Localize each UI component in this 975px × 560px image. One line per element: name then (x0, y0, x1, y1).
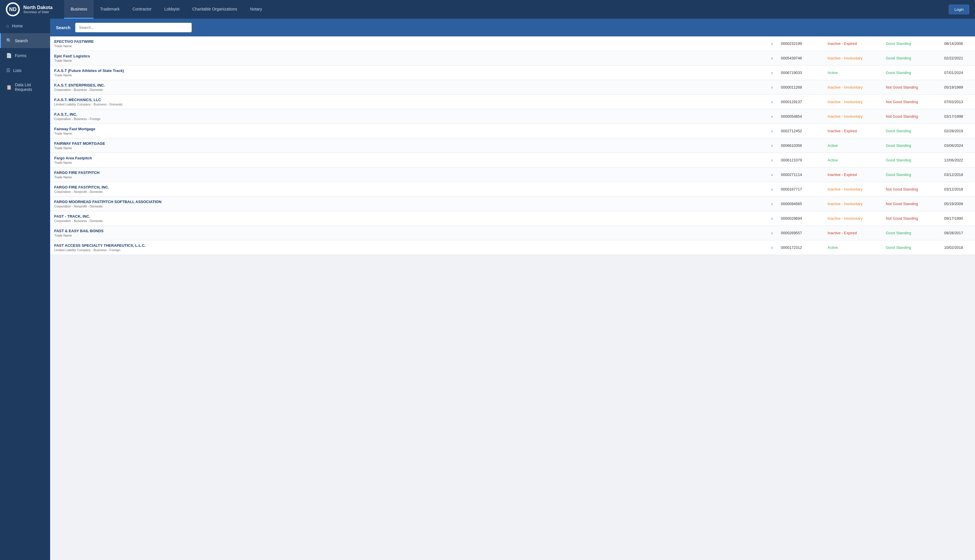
entity-name-cell: Epic Fast! Logistics Trade Name › (50, 51, 777, 65)
chevron-right-icon: › (771, 114, 773, 119)
entity-name: FARGO MOORHEAD FASTPITCH SOFTBALL ASSOCI… (54, 200, 162, 204)
sidebar: ⌂ Home 🔍 Search 📄 Forms ☰ Lists 📋 Data L… (0, 18, 50, 560)
table-row[interactable]: EFECTIVO FASTWIRE Trade Name › 000023219… (50, 37, 975, 51)
entity-status: Inactive - Involuntary (823, 111, 882, 122)
entity-name: Fairway Fast Mortgage (54, 127, 95, 131)
chevron-right-icon: › (771, 201, 773, 207)
entity-type: Corporation - Nonprofit - Domestic (54, 190, 109, 193)
chevron-right-icon: › (771, 216, 773, 221)
table-row[interactable]: FAST - TRACK, INC. Corporation - Busines… (50, 211, 975, 226)
entity-name: FARGO FIRE FASTPITCH (54, 170, 99, 175)
entity-type: Corporation - Business - Domestic (54, 219, 103, 223)
sidebar-item-lists[interactable]: ☰ Lists (0, 63, 50, 78)
entity-type: Corporation - Business - Foreign (54, 117, 100, 121)
table-row[interactable]: FARGO MOORHEAD FASTPITCH SOFTBALL ASSOCI… (50, 197, 975, 211)
search-bar-area: Search (50, 18, 975, 37)
entity-id: 0005439746 (777, 53, 823, 63)
table-row[interactable]: FAIRWAY FAST MORTGAGE Trade Name › 00066… (50, 138, 975, 153)
entity-type: Limited Liability Company - Business - D… (54, 103, 123, 106)
entity-standing: Good Standing (882, 126, 940, 136)
entity-name-cell: FAST - TRACK, INC. Corporation - Busines… (50, 211, 777, 225)
search-icon: 🔍 (6, 38, 12, 43)
entity-date: 05/19/2009 (940, 199, 975, 209)
entity-standing: Not Good Standing (882, 97, 940, 107)
entity-standing: Good Standing (882, 140, 940, 151)
table-row[interactable]: F.A.S.T (Future Athletes of State Track)… (50, 65, 975, 80)
entity-status: Inactive - Expired (823, 170, 882, 180)
login-button[interactable]: Login (949, 5, 969, 14)
entity-id: 0006719033 (777, 68, 823, 78)
entity-name-cell: FARGO MOORHEAD FASTPITCH SOFTBALL ASSOCI… (50, 197, 777, 211)
entity-status: Inactive - Expired (823, 228, 882, 238)
search-input[interactable] (75, 23, 192, 32)
table-row[interactable]: F.A.S.T. MECHANICS, LLC Limited Liabilit… (50, 95, 975, 109)
top-nav: Business Trademark Contractor Lobbyist C… (64, 0, 268, 18)
tab-business[interactable]: Business (64, 0, 93, 18)
table-row[interactable]: F.A.S.T., INC. Corporation - Business - … (50, 109, 975, 124)
sidebar-item-data-list[interactable]: 📋 Data List Requests (0, 78, 50, 97)
entity-id: 0000172312 (777, 242, 823, 253)
table-row[interactable]: FAST ACCESS SPECIALTY THERAPEUTICS, L.L.… (50, 240, 975, 255)
entity-date: 03/17/1998 (940, 111, 975, 122)
entity-date: 09/17/1990 (940, 213, 975, 223)
entity-type: Trade Name (54, 132, 95, 135)
entity-name-cell: Fargo Area Fastpitch Trade Name › (50, 153, 777, 167)
sidebar-item-home[interactable]: ⌂ Home (0, 18, 50, 33)
entity-name: FAST - TRACK, INC. (54, 214, 103, 218)
sidebar-item-lists-label: Lists (13, 68, 22, 73)
table-row[interactable]: FARGO FIRE FASTPITCH, INC. Corporation -… (50, 182, 975, 197)
entity-standing: Good Standing (882, 53, 940, 63)
entity-status: Inactive - Involuntary (823, 82, 882, 92)
entity-standing: Good Standing (882, 228, 940, 238)
chevron-right-icon: › (771, 143, 773, 148)
sidebar-item-search[interactable]: 🔍 Search (0, 33, 50, 48)
entity-id: 0000094565 (777, 199, 823, 209)
main-content: Search EFECTIVO FASTWIRE Trade Name › 00… (50, 18, 975, 560)
entity-name: F.A.S.T (Future Athletes of State Track) (54, 68, 124, 73)
tab-trademark[interactable]: Trademark (93, 0, 126, 18)
entity-name-cell: F.A.S.T. MECHANICS, LLC Limited Liabilit… (50, 95, 777, 109)
entity-id: 0000054854 (777, 111, 823, 122)
tab-charitable[interactable]: Charitable Organizations (186, 0, 243, 18)
entity-id: 0000232199 (777, 38, 823, 49)
chevron-right-icon: › (771, 158, 773, 163)
entity-status: Active (823, 68, 882, 78)
top-bar: ND North Dakota Secretary of State Busin… (0, 0, 975, 18)
entity-name-cell: FARGO FIRE FASTPITCH, INC. Corporation -… (50, 182, 777, 197)
entity-type: Trade Name (54, 73, 124, 77)
entity-standing: Good Standing (882, 170, 940, 180)
entity-name: F.A.S.T., INC. (54, 112, 100, 117)
entity-id: 0000167717 (777, 184, 823, 194)
table-row[interactable]: F.A.S.T. ENTERPRISES, INC. Corporation -… (50, 80, 975, 95)
entity-name: EFECTIVO FASTWIRE (54, 39, 94, 44)
sidebar-item-forms[interactable]: 📄 Forms (0, 48, 50, 63)
entity-standing: Not Good Standing (882, 184, 940, 194)
entity-date: 02/28/2019 (940, 126, 975, 136)
entity-name: Fargo Area Fastpitch (54, 156, 92, 160)
entity-name-cell: FARGO FIRE FASTPITCH Trade Name › (50, 168, 777, 182)
tab-notary[interactable]: Notary (243, 0, 268, 18)
search-label: Search (56, 25, 70, 30)
forms-icon: 📄 (6, 53, 12, 58)
logo-text: North Dakota Secretary of State (23, 5, 52, 14)
entity-date: 08/14/2006 (940, 38, 975, 49)
table-row[interactable]: FARGO FIRE FASTPITCH Trade Name › 000027… (50, 168, 975, 182)
entity-status: Inactive - Expired (823, 38, 882, 49)
entity-id: 0006121079 (777, 155, 823, 165)
home-icon: ⌂ (6, 23, 9, 28)
tab-lobbyist[interactable]: Lobbyist (158, 0, 186, 18)
entity-status: Inactive - Involuntary (823, 184, 882, 194)
entity-status: Inactive - Involuntary (823, 53, 882, 63)
entity-status: Inactive - Involuntary (823, 213, 882, 223)
table-row[interactable]: Fairway Fast Mortgage Trade Name › 00027… (50, 124, 975, 138)
sidebar-item-data-list-label: Data List Requests (15, 82, 45, 92)
page-layout: ⌂ Home 🔍 Search 📄 Forms ☰ Lists 📋 Data L… (0, 18, 975, 560)
entity-id: 0002712452 (777, 126, 823, 136)
table-row[interactable]: FAST & EASY BAIL BONDS Trade Name › 0000… (50, 226, 975, 240)
tab-contractor[interactable]: Contractor (126, 0, 158, 18)
chevron-right-icon: › (771, 172, 773, 177)
table-row[interactable]: Epic Fast! Logistics Trade Name › 000543… (50, 51, 975, 65)
table-row[interactable]: Fargo Area Fastpitch Trade Name › 000612… (50, 153, 975, 168)
chevron-right-icon: › (771, 230, 773, 236)
results-table: EFECTIVO FASTWIRE Trade Name › 000023219… (50, 37, 975, 255)
